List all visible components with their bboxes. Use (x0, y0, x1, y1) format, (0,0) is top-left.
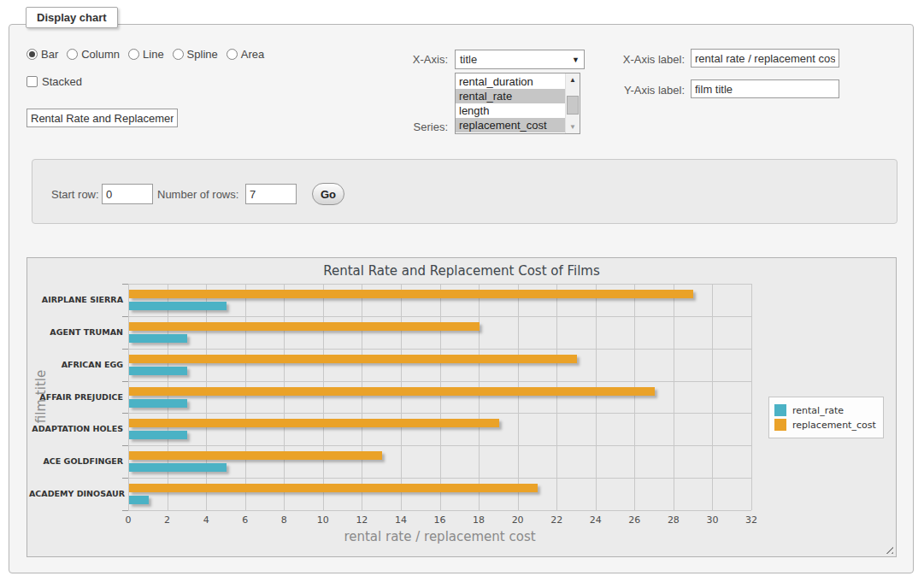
x-tick-label: 18 (466, 514, 491, 526)
bar-replacement_cost[interactable] (129, 419, 499, 427)
chart-legend: rental_ratereplacement_cost (768, 397, 884, 438)
go-button[interactable]: Go (312, 183, 344, 205)
chart-type-column[interactable]: Column (67, 48, 120, 61)
y-axis-tick (122, 413, 128, 414)
x-tick-label: 32 (739, 514, 764, 526)
gridline-v (751, 284, 752, 510)
radio-area-icon[interactable] (227, 49, 238, 60)
x-tick-label: 2 (155, 514, 180, 526)
bar-rental_rate[interactable] (129, 334, 187, 343)
chart-type-area[interactable]: Area (227, 48, 264, 61)
category-label: ADAPTATION HOLES (29, 424, 123, 433)
chart-type-label: Line (143, 48, 164, 61)
bar-replacement_cost[interactable] (129, 322, 480, 331)
gridline-v (323, 284, 324, 510)
x-tick-label: 24 (583, 514, 609, 526)
gridline-h (128, 316, 751, 317)
x-tick-label: 20 (505, 514, 531, 526)
num-rows-input[interactable] (245, 184, 297, 204)
chart-type-label: Column (81, 48, 120, 61)
x-tick-label: 14 (388, 514, 414, 526)
gridline-v (479, 284, 480, 510)
series-option-rental_rate[interactable]: rental_rate (456, 89, 565, 103)
gridline-v (128, 284, 129, 510)
chart-title-input[interactable] (26, 109, 178, 127)
x-axis-select-label: X-Axis: (334, 53, 448, 66)
scrollbar-thumb[interactable] (567, 96, 579, 115)
stacked-label: Stacked (42, 75, 82, 88)
x-tick-label: 6 (232, 514, 258, 526)
legend-label: rental_rate (792, 405, 844, 416)
chart-type-spline[interactable]: Spline (173, 48, 218, 61)
bar-rental_rate[interactable] (129, 399, 187, 408)
gridline-v (440, 284, 441, 510)
y-axis-label-caption: Y-Axis label: (565, 84, 685, 97)
bar-rental_rate[interactable] (129, 302, 227, 310)
chart-plot-area (128, 284, 751, 510)
x-tick-label: 12 (349, 514, 374, 526)
panel-title: Display chart (26, 7, 118, 28)
bar-replacement_cost[interactable] (129, 451, 382, 460)
series-listbox[interactable]: rental_durationrental_ratelengthreplacem… (455, 73, 580, 134)
x-axis-label-caption: X-Axis label: (565, 53, 685, 66)
display-chart-fieldset: BarColumnLineSplineArea Stacked X-Axis: … (9, 24, 914, 573)
series-option-replacement_cost[interactable]: replacement_cost (456, 118, 565, 132)
gridline-v (518, 284, 519, 510)
gridline-v (206, 284, 207, 510)
y-axis-tick (122, 478, 128, 479)
bar-rental_rate[interactable] (129, 496, 149, 504)
stacked-option[interactable]: Stacked (26, 75, 82, 88)
y-axis-tick (122, 445, 128, 446)
gridline-v (596, 284, 597, 510)
bar-rental_rate[interactable] (129, 431, 187, 439)
gridline-h (128, 349, 751, 350)
gridline-h (128, 284, 751, 285)
rows-panel: Start row: Number of rows: Go (32, 159, 898, 224)
chart-type-label: Area (241, 48, 264, 61)
category-label: AGENT TRUMAN (29, 327, 123, 337)
y-axis-tick (122, 349, 128, 350)
gridline-v (168, 284, 168, 510)
x-axis-label-input[interactable] (691, 49, 839, 68)
series-scrollbar[interactable]: ▲ ▼ (565, 73, 580, 133)
category-label: AFRICAN EGG (29, 360, 123, 369)
bar-replacement_cost[interactable] (129, 484, 538, 492)
bar-rental_rate[interactable] (129, 367, 187, 375)
chart-type-line[interactable]: Line (128, 48, 164, 61)
chart-type-bar[interactable]: Bar (26, 48, 58, 61)
legend-label: replacement_cost (792, 420, 876, 431)
radio-column-icon[interactable] (67, 49, 78, 60)
scroll-down-icon[interactable]: ▼ (566, 121, 580, 133)
y-axis-label-input[interactable] (691, 79, 839, 98)
radio-bar-icon[interactable] (26, 49, 38, 60)
resize-handle-icon[interactable] (883, 544, 893, 554)
series-option-rental_duration[interactable]: rental_duration (456, 74, 565, 89)
num-rows-label: Number of rows: (157, 188, 238, 201)
x-tick-label: 0 (115, 514, 141, 526)
bar-rental_rate[interactable] (129, 463, 227, 472)
gridline-h (128, 510, 751, 511)
radio-line-icon[interactable] (128, 49, 139, 60)
legend-swatch-replacement_cost (774, 419, 786, 431)
chart-type-label: Spline (187, 48, 218, 61)
gridline-v (712, 284, 713, 510)
legend-item: rental_rate (774, 404, 876, 416)
gridline-h (128, 445, 751, 446)
legend-swatch-rental_rate (774, 404, 786, 416)
bar-replacement_cost[interactable] (129, 387, 655, 396)
legend-item: replacement_cost (774, 419, 876, 431)
gridline-v (634, 284, 635, 510)
bar-replacement_cost[interactable] (129, 355, 577, 363)
x-tick-label: 26 (621, 514, 647, 526)
gridline-h (128, 413, 751, 414)
start-row-label: Start row: (51, 188, 99, 201)
chart-panel: Rental Rate and Replacement Cost of Film… (26, 257, 897, 557)
x-tick-label: 22 (544, 514, 569, 526)
bar-replacement_cost[interactable] (129, 290, 693, 298)
category-label: ACE GOLDFINGER (29, 456, 123, 466)
stacked-checkbox[interactable] (26, 76, 38, 87)
radio-spline-icon[interactable] (173, 49, 184, 60)
series-option-length[interactable]: length (456, 103, 565, 118)
start-row-input[interactable] (102, 184, 153, 204)
x-axis-selected-value: title (460, 53, 477, 66)
